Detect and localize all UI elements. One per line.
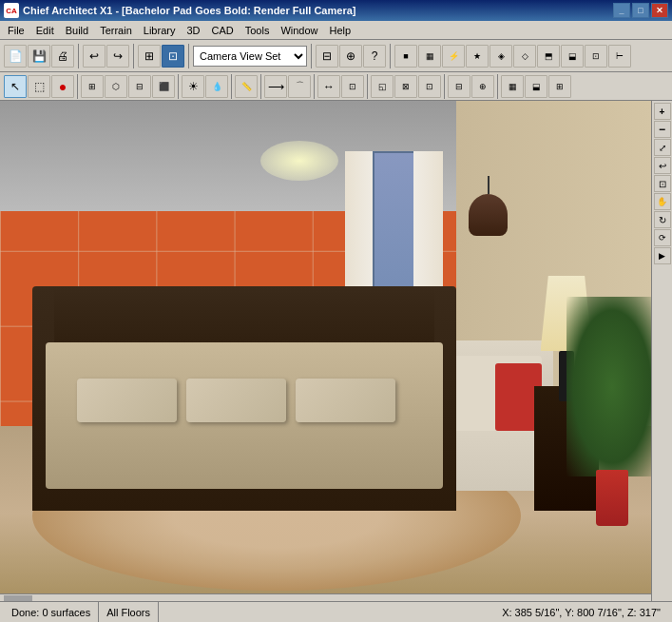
minimize-button[interactable]: _ (613, 3, 630, 18)
tool3[interactable]: ⊟ (128, 75, 151, 98)
render-btn4[interactable]: ★ (466, 45, 489, 68)
tool8[interactable]: ⟶ (264, 75, 287, 98)
tool15[interactable]: ⊟ (448, 75, 470, 98)
tool12[interactable]: ◱ (371, 75, 394, 98)
sep1 (78, 44, 79, 68)
render-btn3[interactable]: ⚡ (442, 45, 465, 68)
render-btn5[interactable]: ◈ (490, 45, 512, 68)
circle-tool[interactable]: ● (51, 75, 74, 98)
render8-icon: ⬓ (568, 51, 577, 61)
render2-icon: ▦ (426, 51, 434, 61)
viewport-scrollbar[interactable] (0, 593, 651, 601)
render5-icon: ◈ (498, 51, 505, 61)
tool14[interactable]: ⊡ (418, 75, 441, 98)
tool7[interactable]: 📏 (235, 75, 258, 98)
menu-file[interactable]: File (2, 23, 30, 38)
menu-build[interactable]: Build (60, 23, 94, 38)
tool18[interactable]: ⬓ (525, 75, 547, 98)
view-btn2[interactable]: ⊕ (339, 45, 362, 68)
tool9[interactable]: ⌒ (288, 75, 311, 98)
tool16[interactable]: ⊕ (471, 75, 494, 98)
tool2[interactable]: ⬡ (105, 75, 127, 98)
pendant-shade (469, 194, 508, 236)
view-btn1[interactable]: ⊟ (316, 45, 338, 68)
tool10[interactable]: ↔ (317, 75, 340, 98)
rotate-button[interactable]: ⟳ (654, 229, 671, 246)
title-bar-text: Chief Architect X1 - [Bachelor Pad Goes … (23, 5, 355, 16)
menu-cad[interactable]: CAD (205, 23, 239, 38)
zoom-out-button[interactable]: − (654, 121, 671, 138)
redo-button[interactable]: ↪ (106, 45, 129, 68)
render4-icon: ★ (473, 51, 481, 61)
zoom-in-button[interactable]: + (654, 103, 671, 120)
viewport[interactable] (0, 101, 651, 601)
undo-icon: ↩ (89, 49, 99, 63)
camera-view-dropdown[interactable]: Camera View Set Plan View Elevation View… (193, 46, 307, 67)
sep3 (188, 44, 189, 68)
zoom-prev-button[interactable]: ↩ (654, 157, 671, 174)
tool4[interactable]: ⬛ (152, 75, 175, 98)
orbit-button[interactable]: ↻ (654, 211, 671, 228)
print-button[interactable]: 🖨 (51, 45, 74, 68)
menu-3d[interactable]: 3D (181, 23, 205, 38)
view-btn3[interactable]: ? (363, 45, 386, 68)
surfaces-text: Done: 0 surfaces (11, 607, 90, 618)
pillow-3 (296, 379, 395, 422)
zoom-reset-button[interactable]: ⊡ (654, 175, 671, 192)
tool1[interactable]: ⊞ (81, 75, 104, 98)
menu-terrain[interactable]: Terrain (94, 23, 138, 38)
floors-text: All Floors (106, 607, 150, 618)
menu-library[interactable]: Library (138, 23, 182, 38)
close-button[interactable]: ✕ (651, 3, 668, 18)
nav-tools: ⊞ ⊡ (138, 45, 184, 68)
tool17-icon: ▦ (509, 82, 517, 91)
render-btn8[interactable]: ⬓ (561, 45, 584, 68)
plant-leaves (566, 297, 651, 476)
zoom-prev-icon: ↩ (659, 161, 666, 171)
pan-button[interactable]: ✋ (654, 193, 671, 210)
pan-icon: ✋ (657, 197, 667, 206)
tool11-icon: ⊡ (349, 82, 356, 91)
coordinate-status: X: 385 5/16", Y: 800 7/16", Z: 317" (494, 602, 668, 622)
tool5[interactable]: ☀ (182, 75, 204, 98)
zoom-fit-button[interactable]: ⤢ (654, 139, 671, 156)
pillows (77, 379, 395, 422)
render-btn10[interactable]: ⊢ (608, 45, 631, 68)
zoom-in-icon: + (660, 107, 665, 117)
tool11[interactable]: ⊡ (341, 75, 364, 98)
render-btn9[interactable]: ⊡ (585, 45, 607, 68)
new-button[interactable]: 📄 (4, 45, 27, 68)
render-btn1[interactable]: ■ (394, 45, 417, 68)
save-button[interactable]: 💾 (28, 45, 50, 68)
toolbar-row1: 📄 💾 🖨 ↩ ↪ ⊞ ⊡ Camera View Set Plan View … (0, 40, 672, 72)
nav-btn2[interactable]: ⊡ (162, 45, 184, 68)
render-btn6[interactable]: ◇ (513, 45, 536, 68)
render-view-button[interactable]: ▶ (654, 247, 671, 264)
maximize-button[interactable]: □ (632, 3, 649, 18)
edit-tool[interactable]: ⬚ (28, 75, 50, 98)
render-view-icon: ▶ (659, 251, 665, 261)
select-tool[interactable]: ↖ (4, 75, 27, 98)
menu-window[interactable]: Window (275, 23, 323, 38)
menu-tools[interactable]: Tools (240, 23, 276, 38)
view3-icon: ? (372, 49, 378, 63)
nav-btn1[interactable]: ⊞ (138, 45, 161, 68)
sep-t1 (77, 74, 78, 99)
tool2-icon: ⬡ (112, 82, 120, 91)
scrollbar-thumb[interactable] (4, 595, 32, 601)
sep4 (311, 44, 312, 68)
menu-help[interactable]: Help (324, 23, 357, 38)
tool17[interactable]: ▦ (501, 75, 524, 98)
tool6[interactable]: 💧 (205, 75, 228, 98)
menu-edit[interactable]: Edit (30, 23, 60, 38)
render-btn2[interactable]: ▦ (418, 45, 441, 68)
surfaces-status: Done: 0 surfaces (4, 602, 99, 622)
render-btn7[interactable]: ⬒ (537, 45, 560, 68)
tool13[interactable]: ⊠ (394, 75, 417, 98)
tool8-icon: ⟶ (268, 80, 284, 93)
tool12-icon: ◱ (378, 82, 387, 91)
orbit-icon: ↻ (659, 215, 666, 225)
tool19[interactable]: ⊞ (548, 75, 571, 98)
undo-button[interactable]: ↩ (83, 45, 106, 68)
pendant-cord (488, 176, 490, 194)
